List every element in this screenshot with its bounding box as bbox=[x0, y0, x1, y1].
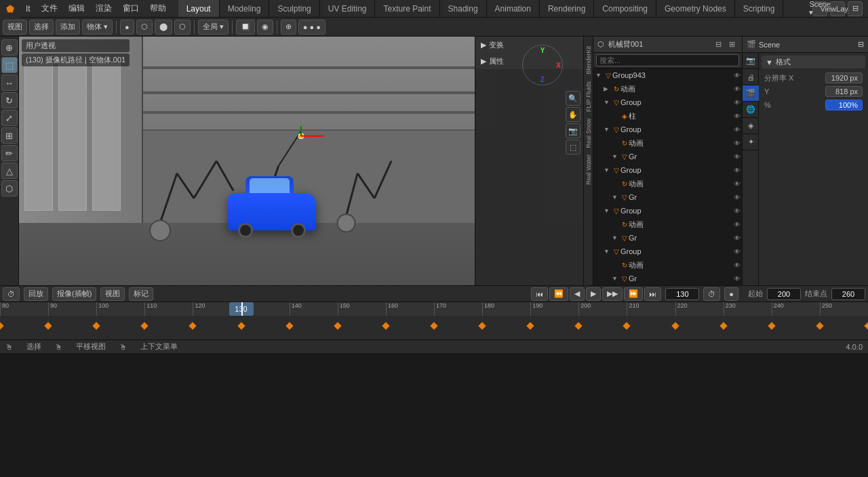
outliner-search-input[interactable] bbox=[596, 54, 739, 66]
scale-tool[interactable]: ⤢ bbox=[1, 110, 18, 126]
keyframe-130[interactable] bbox=[237, 322, 245, 329]
select-menu[interactable]: 选择 bbox=[29, 20, 54, 35]
tab-sculpting[interactable]: Sculpting bbox=[269, 0, 319, 17]
jump-end-btn[interactable]: ⏭ bbox=[644, 287, 661, 301]
outliner-item-动画[interactable]: ↻动画👁 bbox=[593, 258, 742, 272]
viewport-area[interactable]: 用户透视 (130) 摄像机路径 | 空物体.001 ▶ 变换 ▶ 属性 Y X bbox=[19, 37, 583, 285]
keyframe-80[interactable] bbox=[0, 322, 4, 329]
props-tab-particles[interactable]: ✦ bbox=[743, 134, 759, 150]
shading-dots[interactable]: ● ● ● bbox=[298, 20, 326, 35]
transform-global[interactable]: 全局 ▾ bbox=[198, 20, 229, 35]
outliner-visibility-btn[interactable]: 👁 bbox=[734, 99, 741, 106]
current-frame-input[interactable] bbox=[665, 288, 699, 300]
outliner-item-Group943[interactable]: ▼▽Group943👁 bbox=[593, 68, 742, 82]
timeline-track[interactable]: 8090100110120130140150160170180190200210… bbox=[0, 302, 868, 339]
outliner-visibility-btn[interactable]: 👁 bbox=[734, 126, 741, 133]
props-tab-world[interactable]: 🌐 bbox=[743, 102, 759, 118]
outliner-item-动画[interactable]: ↻动画👁 bbox=[593, 217, 742, 231]
mode-selector[interactable]: ● bbox=[120, 20, 134, 35]
keyframe-250[interactable] bbox=[816, 322, 823, 329]
tab-animation[interactable]: Animation bbox=[487, 0, 540, 17]
keyframe-180[interactable] bbox=[478, 322, 486, 329]
window-controls[interactable]: ⊟ bbox=[848, 1, 863, 16]
keyframe-btn[interactable]: ⏱ bbox=[703, 287, 720, 301]
keyframe-190[interactable] bbox=[527, 322, 534, 329]
object-menu[interactable]: 物体 ▾ bbox=[82, 20, 113, 35]
add-menu[interactable]: 添加 bbox=[56, 20, 80, 35]
annotate-tool[interactable]: ✏ bbox=[1, 145, 18, 161]
real-snow-label[interactable]: Real Snow bbox=[585, 116, 592, 151]
record-btn[interactable]: ● bbox=[724, 287, 738, 301]
outliner-visibility-btn[interactable]: 👁 bbox=[734, 194, 741, 201]
outliner-visibility-btn[interactable]: 👁 bbox=[734, 248, 741, 255]
outliner-item-Group[interactable]: ▼▽Group👁 bbox=[593, 96, 742, 109]
outliner-item-Group[interactable]: ▼▽Group👁 bbox=[593, 163, 742, 177]
outliner-item-Gr[interactable]: ▼▽Gr👁 bbox=[593, 190, 742, 204]
keyframe-230[interactable] bbox=[719, 322, 727, 329]
prev-keyframe-btn[interactable]: ⏪ bbox=[549, 287, 568, 301]
navigation-gizmo[interactable]: Y X Z bbox=[522, 45, 563, 85]
outliner-visibility-btn[interactable]: 👁 bbox=[734, 275, 741, 283]
outliner-item-Gr[interactable]: ▼▽Gr👁 bbox=[593, 231, 742, 245]
keyframe-240[interactable] bbox=[768, 322, 775, 329]
next-keyframe-btn[interactable]: ⏩ bbox=[624, 287, 643, 301]
keyframe-120[interactable] bbox=[189, 322, 197, 329]
xray-btn[interactable]: ⬡ bbox=[174, 20, 191, 35]
viewport-shading[interactable]: ⬡ bbox=[136, 20, 153, 35]
keyframe-140[interactable] bbox=[285, 322, 293, 329]
view-btn[interactable]: 视图 bbox=[100, 287, 125, 301]
keyframe-100[interactable] bbox=[93, 322, 100, 329]
timeline-cursor[interactable] bbox=[241, 302, 243, 316]
keyframe-260[interactable] bbox=[864, 322, 868, 329]
step-back-btn[interactable]: ◀ bbox=[570, 287, 585, 301]
resolution-percent-value[interactable]: 100% bbox=[825, 100, 863, 110]
add-cube-tool[interactable]: ⬡ bbox=[1, 180, 18, 196]
outliner-filter-btn[interactable]: ⊟ bbox=[712, 39, 724, 51]
keyframe-150[interactable] bbox=[334, 322, 341, 329]
outliner-visibility-btn[interactable]: 👁 bbox=[734, 180, 741, 188]
pan-btn[interactable]: ✋ bbox=[566, 107, 580, 122]
resolution-x-value[interactable]: 1920 px bbox=[825, 72, 863, 83]
outliner-visibility-btn[interactable]: 👁 bbox=[734, 140, 741, 147]
outliner-item-柱[interactable]: ◈柱👁 bbox=[593, 109, 742, 123]
frametype-btn[interactable]: 报像(插帧) bbox=[52, 287, 96, 301]
keyframe-90[interactable] bbox=[44, 322, 52, 329]
transform-tool[interactable]: ⊞ bbox=[1, 127, 18, 144]
proportional-edit[interactable]: ◉ bbox=[257, 20, 273, 35]
tab-compositing[interactable]: Compositing bbox=[594, 0, 656, 17]
zoom-btn[interactable]: 🔍 bbox=[566, 91, 580, 106]
outliner-visibility-btn[interactable]: 👁 bbox=[734, 262, 741, 269]
outliner-visibility-btn[interactable]: 👁 bbox=[734, 207, 741, 215]
outliner-item-动画[interactable]: ▶↻动画👁 bbox=[593, 82, 742, 96]
menu-render[interactable]: 渲染 bbox=[90, 0, 117, 17]
props-tab-render[interactable]: 📷 bbox=[743, 53, 759, 69]
gizmo-btn[interactable]: ⊕ bbox=[281, 20, 296, 35]
outliner-item-Gr[interactable]: ▼▽Gr👁 bbox=[593, 150, 742, 163]
format-section-header[interactable]: ▼ 格式 bbox=[762, 56, 865, 68]
jump-start-btn[interactable]: ⏮ bbox=[531, 287, 548, 301]
tab-shading[interactable]: Shading bbox=[440, 0, 487, 17]
outliner-search-bar[interactable] bbox=[593, 53, 742, 68]
blenderkit-label[interactable]: BlenderKit bbox=[585, 43, 592, 77]
tab-geometry-nodes[interactable]: Geometry Nodes bbox=[656, 0, 735, 17]
end-frame-input[interactable] bbox=[831, 288, 865, 300]
props-tab-object[interactable]: ◈ bbox=[743, 118, 759, 134]
markers-btn[interactable]: 标记 bbox=[129, 287, 153, 301]
menu-help[interactable]: 帮助 bbox=[144, 0, 172, 17]
view-layer-selector[interactable]: ViewLayer bbox=[830, 1, 845, 16]
tab-modeling[interactable]: Modeling bbox=[220, 0, 270, 17]
outliner-item-动画[interactable]: ↻动画👁 bbox=[593, 177, 742, 190]
outliner-visibility-btn[interactable]: 👁 bbox=[734, 221, 741, 228]
measure-tool[interactable]: △ bbox=[1, 163, 18, 179]
rotate-tool[interactable]: ↻ bbox=[1, 92, 18, 108]
outliner-item-Gr[interactable]: ▼▽Gr👁 bbox=[593, 272, 742, 285]
step-fwd-btn[interactable]: ▶▶ bbox=[602, 287, 623, 301]
play-btn[interactable]: ▶ bbox=[586, 287, 601, 301]
keyframe-170[interactable] bbox=[430, 322, 437, 329]
keyframe-200[interactable] bbox=[575, 322, 583, 329]
keyframe-220[interactable] bbox=[671, 322, 679, 329]
resolution-y-value[interactable]: 818 px bbox=[825, 86, 863, 97]
outliner-item-动画[interactable]: ↻动画👁 bbox=[593, 136, 742, 150]
menu-edit[interactable]: 编辑 bbox=[63, 0, 90, 17]
real-water-label[interactable]: Real Water bbox=[585, 152, 592, 188]
